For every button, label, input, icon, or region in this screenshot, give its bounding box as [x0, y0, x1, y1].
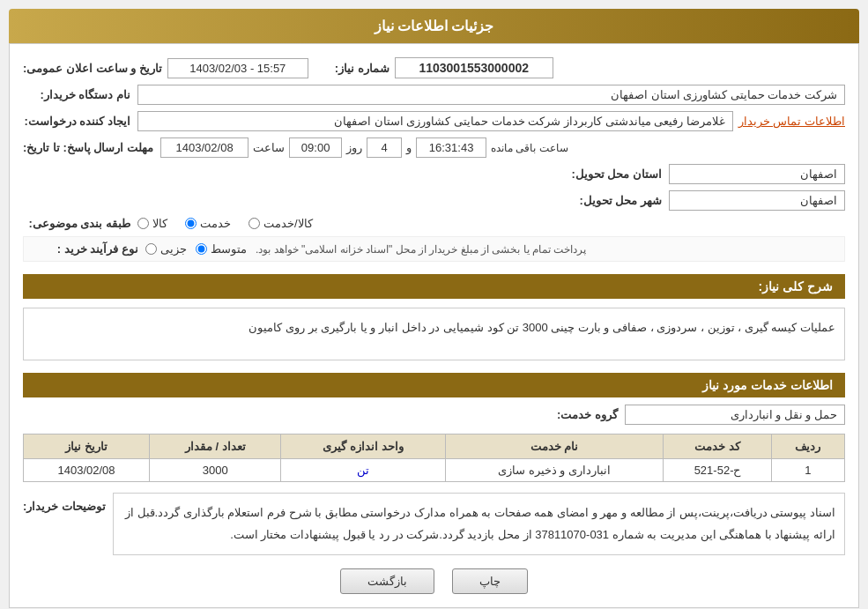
- cell-tarikh: 1403/02/08: [24, 459, 150, 482]
- sharch-label: شرح کلی نیاز:: [759, 279, 833, 293]
- service-info-label: اطلاعات خدمات مورد نیاز: [702, 378, 833, 392]
- radio-motevaset-label: متوسط: [211, 242, 247, 256]
- farayand-label: نوع فرآیند خرید :: [31, 242, 145, 256]
- sharch-value: عملیات کیسه گیری ، توزین ، سردوزی ، صفاف…: [249, 321, 835, 334]
- ijad-link[interactable]: اطلاعات تماس خریدار: [738, 115, 845, 128]
- col-radif: ردیف: [771, 434, 844, 459]
- radio-motevaset[interactable]: متوسط: [196, 242, 247, 256]
- cell-kod: ح-52-521: [664, 459, 772, 482]
- shahr-value: اصفهان: [669, 190, 845, 211]
- cell-name: انبارداری و ذخیره سازی: [445, 459, 663, 482]
- services-table: ردیف کد خدمت نام خدمت واحد اندازه گیری ت…: [23, 434, 845, 482]
- shomare-niaz-label: شماره نیاز:: [335, 62, 389, 75]
- mohlat-label: مهلت ارسال پاسخ: تا تاریخ:: [23, 141, 160, 154]
- cell-vahed: تن: [281, 459, 446, 482]
- cell-tedad: 3000: [150, 459, 281, 482]
- service-info-header: اطلاعات خدمات مورد نیاز: [23, 373, 845, 397]
- col-tedad: تعداد / مقدار: [150, 434, 281, 459]
- col-kod: کد خدمت: [664, 434, 772, 459]
- page-title: جزئیات اطلاعات نیاز: [375, 19, 494, 33]
- tarikh-value: 1403/02/03 - 15:57: [167, 58, 308, 78]
- print-button[interactable]: چاپ: [452, 568, 528, 594]
- col-tarikh: تاریخ نیاز: [24, 434, 150, 459]
- page-header: جزئیات اطلاعات نیاز: [9, 9, 859, 43]
- ijad-value: غلامرضا رفیعی میاندشتی کاربرداز شرکت خدم…: [137, 111, 733, 131]
- radio-kala[interactable]: کالا: [137, 217, 167, 230]
- radio-kala-label: کالا: [152, 217, 167, 230]
- name-dasgah-label: نام دستگاه خریدار:: [23, 88, 137, 101]
- button-row: چاپ بازگشت: [23, 568, 845, 594]
- back-button[interactable]: بازگشت: [340, 568, 434, 594]
- tawzih-value: اسناد پیوستی دریافت،پرینت،پس از مطالعه و…: [125, 506, 835, 541]
- sharch-header: شرح کلی نیاز:: [23, 274, 845, 299]
- farayand-note: پرداخت تمام یا بخشی از مبلغ خریدار از مح…: [256, 243, 586, 256]
- ostan-label: استان محل تحویل:: [554, 167, 669, 181]
- group-khedmat-value: حمل و نقل و انبارداری: [625, 405, 845, 425]
- radio-khedmat-label: خدمت: [200, 217, 231, 230]
- tarikh-label: تاریخ و ساعت اعلان عمومی:: [23, 62, 162, 75]
- sharch-box: عملیات کیسه گیری ، توزین ، سردوزی ، صفاف…: [23, 308, 845, 360]
- ijad-label: ایجاد کننده درخواست:: [23, 115, 137, 128]
- tabaqe-label: طبقه بندی موضوعی:: [23, 217, 137, 230]
- mohlat-saaat-mande: 16:31:43: [416, 137, 486, 158]
- roz-label: روز: [346, 141, 362, 154]
- shomare-niaz-value: 1103001553000002: [395, 57, 553, 78]
- shahr-label: شهر محل تحویل:: [554, 194, 669, 207]
- mohlat-saaat: 09:00: [289, 137, 342, 158]
- saaat-mande-label: ساعت باقی مانده: [491, 142, 568, 154]
- col-vahed: واحد اندازه گیری: [281, 434, 446, 459]
- mohlat-roz: 4: [367, 137, 402, 158]
- radio-kala-khedmat-label: کالا/خدمت: [263, 217, 313, 230]
- va-roz-label: و: [406, 141, 412, 154]
- radio-jozvi-label: جزیی: [160, 242, 187, 256]
- ostan-value: اصفهان: [669, 164, 845, 184]
- name-dasgah-value: شرکت خدمات حمایتی کشاورزی استان اصفهان: [137, 85, 845, 105]
- col-name: نام خدمت: [445, 434, 663, 459]
- mohlat-date: 1403/02/08: [160, 137, 249, 158]
- tawzih-label: توضیحات خریدار:: [23, 500, 106, 513]
- saaat-label: ساعت: [253, 141, 285, 154]
- tawzih-box: اسناد پیوستی دریافت،پرینت،پس از مطالعه و…: [113, 493, 845, 555]
- table-row: 1ح-52-521انبارداری و ذخیره سازیتن3000140…: [24, 459, 845, 482]
- radio-khedmat[interactable]: خدمت: [185, 217, 231, 230]
- group-khedmat-label: گروه خدمت:: [537, 408, 625, 421]
- cell-radif: 1: [771, 459, 844, 482]
- radio-kala-khedmat[interactable]: کالا/خدمت: [249, 217, 313, 230]
- radio-jozvi[interactable]: جزیی: [145, 242, 187, 256]
